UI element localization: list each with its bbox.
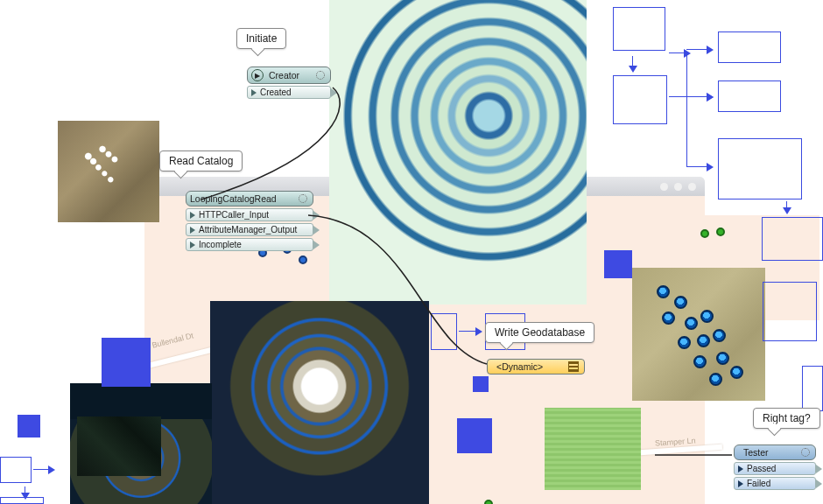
flow-box (613, 75, 667, 124)
looping-title: LoopingCatalogRead (190, 193, 277, 204)
creator-port-created[interactable]: Created (260, 88, 292, 97)
callout-initiate: Initiate (236, 28, 286, 49)
flow-box (762, 217, 823, 261)
canvas: Bullendal Dt Stamper Ln (0, 0, 823, 504)
flow-box (718, 138, 802, 200)
looping-port-incomplete[interactable]: Incomplete (199, 240, 242, 249)
flow-box (763, 282, 817, 341)
gear-icon[interactable] (299, 194, 307, 203)
satellite-thumb-2 (632, 268, 765, 401)
flow-box (0, 457, 32, 483)
flow-box (431, 313, 457, 350)
blue-square (604, 250, 632, 278)
gear-icon[interactable] (801, 448, 810, 457)
blue-square (18, 415, 40, 438)
table-icon (568, 361, 579, 372)
road-label: Bullendal Dt (151, 331, 195, 349)
creator-transformer[interactable]: ▶ Creator Created (247, 66, 331, 99)
topo-contour-image (329, 0, 587, 304)
blue-square (457, 418, 492, 453)
flow-box (802, 366, 823, 411)
looping-port-attr[interactable]: AttributeManager_Output (199, 225, 297, 234)
blue-square (102, 338, 151, 387)
callout-read-catalog: Read Catalog (159, 150, 243, 172)
start-icon: ▶ (251, 69, 264, 81)
urban-night-thumb (77, 416, 161, 476)
flow-box (718, 32, 781, 63)
dynamic-writer[interactable]: <Dynamic> (487, 359, 585, 374)
satellite-thumb-1 (58, 121, 159, 222)
dynamic-title: <Dynamic> (496, 361, 543, 372)
tester-port-passed[interactable]: Passed (747, 464, 776, 473)
tester-transformer[interactable]: Tester Passed Failed (734, 444, 816, 490)
tester-title: Tester (743, 447, 769, 458)
blue-square (473, 376, 489, 392)
callout-right-tag: Right tag? (753, 408, 820, 429)
looping-catalog-read-transformer[interactable]: LoopingCatalogRead HTTPCaller_Input Attr… (186, 191, 313, 251)
tester-port-failed[interactable]: Failed (747, 479, 770, 488)
green-map-thumb (545, 408, 641, 490)
looping-port-http[interactable]: HTTPCaller_Input (199, 210, 269, 220)
callout-write-geodatabase: Write Geodatabase (485, 322, 594, 343)
flow-box (613, 7, 665, 51)
volcano-image (210, 301, 429, 504)
creator-title: Creator (269, 70, 299, 80)
gear-icon[interactable] (316, 71, 325, 80)
flow-box (718, 80, 781, 112)
